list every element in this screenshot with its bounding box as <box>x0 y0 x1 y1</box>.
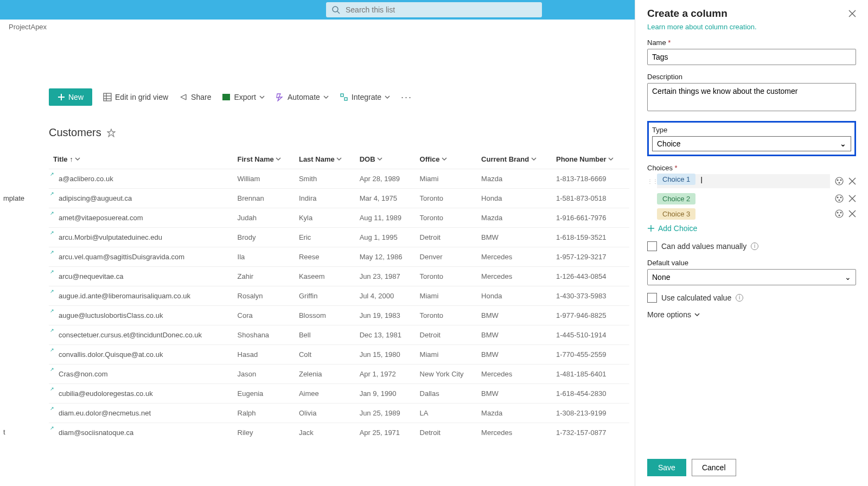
cell-title[interactable]: cubilia@eudoloregestas.co.uk <box>49 384 233 404</box>
cell-first: Eugenia <box>233 384 295 404</box>
palette-icon[interactable] <box>834 209 844 219</box>
cell-title[interactable]: arcu.Morbi@vulputateduinec.edu <box>49 228 233 247</box>
table-row[interactable]: arcu.vel.quam@sagittisDuisgravida.com Il… <box>49 247 629 267</box>
search-box[interactable] <box>326 2 542 17</box>
cell-title[interactable]: a@aclibero.co.uk <box>49 169 233 189</box>
info-icon[interactable]: i <box>751 242 758 250</box>
description-input[interactable] <box>647 83 856 111</box>
export-button[interactable]: Export <box>222 93 264 101</box>
edit-grid-button[interactable]: Edit in grid view <box>103 93 168 101</box>
cell-title[interactable]: arcu.vel.quam@sagittisDuisgravida.com <box>49 247 233 267</box>
cell-title[interactable]: consectetuer.cursus.et@tinciduntDonec.co… <box>49 325 233 345</box>
cell-brand: BMW <box>477 228 552 247</box>
table-row[interactable]: amet@vitaeposuereat.com Judah Kyla Aug 1… <box>49 208 629 228</box>
cell-phone: 1-126-443-0854 <box>552 267 629 286</box>
col-first-name[interactable]: First Name <box>233 150 295 169</box>
description-label: Description <box>647 73 856 81</box>
integrate-label: Integrate <box>352 93 381 101</box>
table-row[interactable]: augue.id.ante@liberomaurisaliquam.co.uk … <box>49 286 629 306</box>
col-brand[interactable]: Current Brand <box>477 150 552 169</box>
cell-title[interactable]: adipiscing@augueut.ca <box>49 189 233 208</box>
integrate-button[interactable]: Integrate <box>340 93 390 101</box>
cell-dob: Jun 25, 1989 <box>355 404 416 423</box>
remove-choice-icon[interactable] <box>848 210 856 218</box>
save-button[interactable]: Save <box>647 459 686 476</box>
cell-title[interactable]: augue@luctuslobortisClass.co.uk <box>49 306 233 325</box>
new-button[interactable]: New <box>49 88 92 106</box>
col-phone[interactable]: Phone Number <box>552 150 629 169</box>
remove-choice-icon[interactable] <box>848 195 856 202</box>
svg-point-0 <box>333 7 338 12</box>
panel-title: Create a column <box>647 8 727 20</box>
cell-title[interactable]: augue.id.ante@liberomaurisaliquam.co.uk <box>49 286 233 306</box>
cell-brand: Mercedes <box>477 364 552 384</box>
cell-office: Miami <box>416 345 477 364</box>
table-row[interactable]: arcu@nequevitae.ca Zahir Kaseem Jun 23, … <box>49 267 629 286</box>
choice-input-2[interactable]: Choice 2 <box>657 194 830 203</box>
more-actions-button[interactable]: ··· <box>401 92 412 103</box>
cell-title[interactable]: convallis.dolor.Quisque@at.co.uk <box>49 345 233 364</box>
cancel-button[interactable]: Cancel <box>692 459 736 476</box>
automate-button[interactable]: Automate <box>276 93 329 101</box>
table-row[interactable]: consectetuer.cursus.et@tinciduntDonec.co… <box>49 325 629 345</box>
new-button-label: New <box>68 93 84 101</box>
svg-point-22 <box>839 200 840 201</box>
drag-handle-icon[interactable]: ⋮⋮ <box>647 178 653 184</box>
table-row[interactable]: a@aclibero.co.uk William Smith Apr 28, 1… <box>49 169 629 189</box>
col-last-name[interactable]: Last Name <box>295 150 355 169</box>
search-input[interactable] <box>346 5 537 14</box>
learn-more-link[interactable]: Learn more about column creation. <box>647 23 856 31</box>
table-row[interactable]: adipiscing@augueut.ca Brennan Indira Mar… <box>49 189 629 208</box>
cell-first: Jason <box>233 364 295 384</box>
cell-last: Smith <box>295 169 355 189</box>
cell-title[interactable]: Cras@non.com <box>49 364 233 384</box>
cell-title[interactable]: arcu@nequevitae.ca <box>49 267 233 286</box>
palette-icon[interactable] <box>834 176 844 186</box>
use-calculated-checkbox[interactable] <box>647 293 657 303</box>
cell-dob: Jun 19, 1983 <box>355 306 416 325</box>
cell-first: Cora <box>233 306 295 325</box>
choice-input-3[interactable]: Choice 3 <box>657 209 830 219</box>
svg-rect-9 <box>341 94 343 97</box>
chevron-down-icon <box>694 312 700 317</box>
cell-office: Miami <box>416 286 477 306</box>
palette-icon[interactable] <box>834 194 844 203</box>
svg-point-13 <box>835 177 843 185</box>
col-dob[interactable]: DOB <box>355 150 416 169</box>
table-row[interactable]: diam@sociisnatoque.ca Riley Jack Apr 25,… <box>49 423 629 443</box>
cell-last: Colt <box>295 345 355 364</box>
cell-title[interactable]: amet@vitaeposuereat.com <box>49 208 233 228</box>
table-row[interactable]: convallis.dolor.Quisque@at.co.uk Hasad C… <box>49 345 629 364</box>
table-row[interactable]: cubilia@eudoloregestas.co.uk Eugenia Aim… <box>49 384 629 404</box>
star-icon[interactable] <box>107 129 116 137</box>
cell-phone: 1-445-510-1914 <box>552 325 629 345</box>
choice-pill-3: Choice 3 <box>657 208 695 220</box>
info-icon[interactable]: i <box>736 294 743 302</box>
cell-last: Reese <box>295 247 355 267</box>
table-row[interactable]: arcu.Morbi@vulputateduinec.edu Brody Eri… <box>49 228 629 247</box>
cell-title[interactable]: diam@sociisnatoque.ca <box>49 423 233 443</box>
svg-point-26 <box>837 212 838 213</box>
can-add-checkbox[interactable] <box>647 241 657 251</box>
cell-brand: Mercedes <box>477 247 552 267</box>
default-value-select[interactable]: None⌄ <box>647 269 856 285</box>
nav-item-template[interactable]: mplate <box>0 190 28 207</box>
close-icon[interactable] <box>848 10 856 17</box>
col-title[interactable]: Title ↑ <box>49 150 233 169</box>
more-options-button[interactable]: More options <box>647 310 856 319</box>
table-row[interactable]: augue@luctuslobortisClass.co.uk Cora Blo… <box>49 306 629 325</box>
col-office[interactable]: Office <box>416 150 477 169</box>
type-section-highlighted: Type Choice⌄ <box>647 121 856 156</box>
name-input[interactable] <box>647 49 856 65</box>
remove-choice-icon[interactable] <box>848 177 856 185</box>
cell-last: Kyla <box>295 208 355 228</box>
share-button[interactable]: Share <box>179 93 211 101</box>
nav-item-t[interactable]: t <box>0 424 28 440</box>
type-select[interactable]: Choice⌄ <box>652 136 851 151</box>
table-row[interactable]: diam.eu.dolor@necmetus.net Ralph Olivia … <box>49 404 629 423</box>
add-choice-button[interactable]: Add Choice <box>647 224 856 233</box>
automate-label: Automate <box>288 93 320 101</box>
cell-title[interactable]: diam.eu.dolor@necmetus.net <box>49 404 233 423</box>
choice-input-1[interactable]: Choice 1 I <box>657 174 830 188</box>
table-row[interactable]: Cras@non.com Jason Zelenia Apr 1, 1972 N… <box>49 364 629 384</box>
